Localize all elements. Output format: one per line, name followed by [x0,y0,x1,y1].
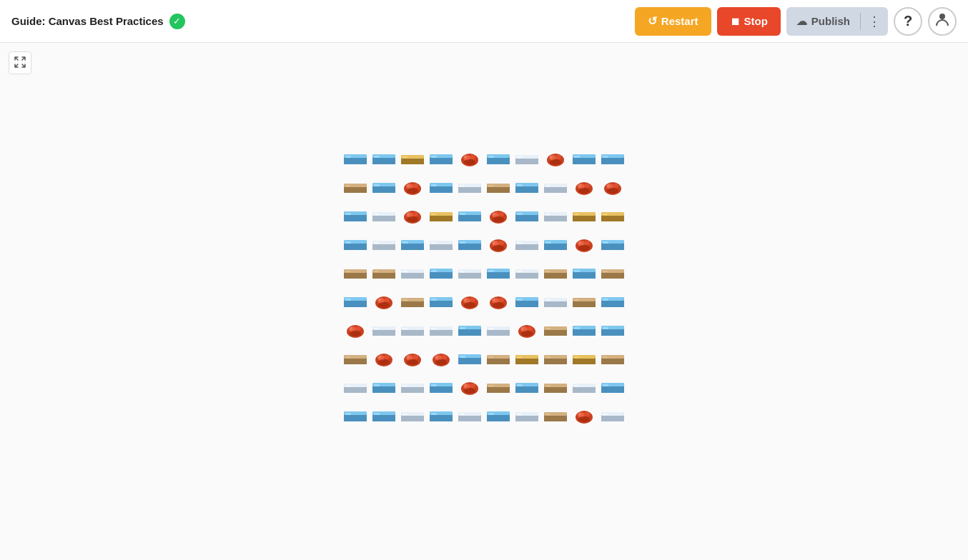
svg-point-231 [464,302,475,308]
pixel-cell [455,173,484,201]
svg-rect-180 [401,273,424,279]
svg-rect-345 [374,384,380,386]
svg-rect-4 [345,156,351,158]
pixel-cell [541,259,570,287]
pixel-cell [513,316,541,344]
svg-rect-16 [431,156,437,158]
svg-point-218 [378,302,390,308]
pixel-cell [341,201,370,230]
svg-point-97 [407,213,410,216]
svg-rect-42 [603,156,608,158]
pixel-cell [484,401,513,430]
svg-rect-329 [545,356,550,358]
pixel-cell [513,201,541,230]
svg-rect-389 [401,416,424,421]
svg-rect-143 [431,242,436,244]
pixel-cell [513,401,541,430]
svg-rect-418 [601,416,624,421]
restart-label: Restart [661,15,698,27]
user-button[interactable] [928,7,957,36]
publish-button[interactable]: ☁ Publish [786,9,860,34]
svg-rect-155 [515,244,538,250]
svg-point-84 [607,184,610,187]
pixel-cell [370,173,398,201]
svg-rect-101 [430,216,453,221]
pixel-cell [427,259,455,287]
svg-rect-146 [458,244,481,250]
canvas-area [0,43,968,560]
svg-rect-156 [517,242,522,244]
svg-rect-8 [374,156,380,158]
svg-rect-50 [374,184,380,186]
svg-rect-268 [430,330,453,336]
svg-rect-41 [601,158,624,164]
pixel-cell [513,230,541,259]
pixel-cell [598,259,627,287]
pixel-cell [370,373,398,401]
svg-rect-127 [603,214,608,215]
svg-point-78 [584,184,590,188]
pixel-cell [341,144,370,173]
svg-rect-71 [517,184,523,186]
svg-point-229 [470,298,475,302]
svg-point-21 [464,159,475,165]
pixel-cell [427,287,455,316]
svg-rect-381 [344,415,367,421]
pixel-cell [484,173,513,201]
svg-rect-185 [431,270,437,272]
svg-rect-201 [545,271,550,272]
svg-rect-298 [345,356,350,358]
pixel-cell [455,259,484,287]
collapse-button[interactable] [9,51,31,74]
svg-rect-325 [517,356,522,358]
svg-rect-366 [517,384,523,386]
svg-rect-93 [374,214,379,215]
svg-point-303 [378,359,390,365]
pixel-cell [513,373,541,401]
pixel-cell [427,173,455,201]
svg-point-217 [378,299,381,301]
svg-rect-138 [401,244,424,250]
svg-point-165 [578,245,590,251]
pixel-cell [541,344,570,373]
svg-point-20 [464,156,467,159]
svg-rect-123 [574,214,579,215]
svg-point-357 [464,384,467,387]
svg-rect-273 [460,327,465,329]
svg-rect-12 [402,156,408,158]
svg-point-80 [578,188,590,194]
publish-more-button[interactable]: ⋮ [861,8,888,35]
pixel-cell [513,144,541,173]
svg-rect-184 [430,272,453,279]
page-title: Guide: Canvas Best Practices [11,15,164,27]
svg-rect-393 [430,415,453,421]
pixel-cell [484,344,513,373]
restart-button[interactable]: ↺ Restart [635,7,711,36]
pixel-cell [484,316,513,344]
svg-rect-92 [372,216,395,221]
stop-button[interactable]: ⏹ Stop [717,7,781,36]
svg-rect-139 [402,241,408,244]
pixel-cell [455,316,484,344]
help-button[interactable]: ? [894,7,922,36]
pixel-cell [541,201,570,230]
svg-point-19 [470,155,475,159]
svg-rect-189 [460,271,465,272]
pixel-cell [341,316,370,344]
pixel-cell [455,287,484,316]
pixel-cell [570,201,598,230]
svg-rect-168 [601,244,624,250]
pixel-cell [484,201,513,230]
pixel-cell [598,287,627,316]
svg-rect-126 [601,216,624,221]
svg-rect-410 [545,414,550,415]
pixel-cell [398,144,427,173]
header-left: Guide: Canvas Best Practices ✓ [11,14,185,29]
pixel-cell [341,401,370,430]
svg-rect-244 [545,299,550,301]
svg-point-282 [521,331,533,336]
svg-rect-332 [573,359,596,364]
svg-rect-374 [574,385,579,386]
svg-point-413 [584,412,590,416]
pixel-cell [370,401,398,430]
